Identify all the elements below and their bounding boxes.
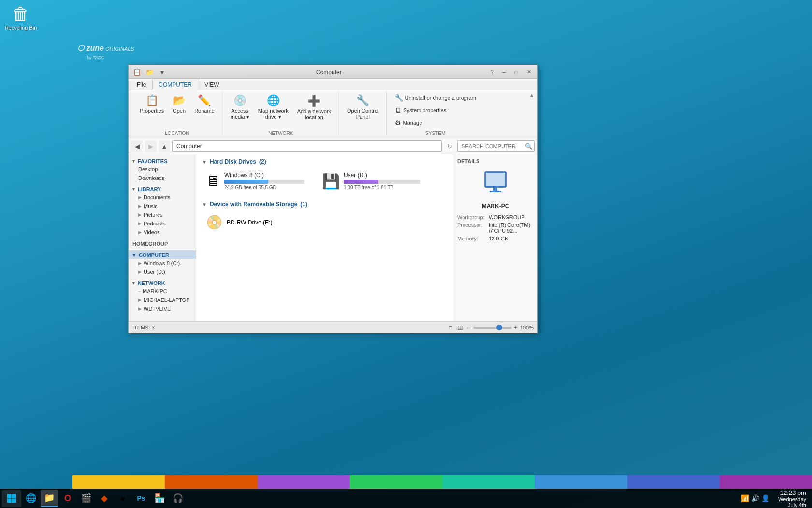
open-btn[interactable]: 📂 Open xyxy=(169,92,189,116)
sidebar-item-wdtvlive[interactable]: ▶ WDTVLIVE xyxy=(129,304,196,313)
recycling-bin[interactable]: 🗑 Recycling Bin xyxy=(4,4,38,31)
properties-btn[interactable]: 📋 Properties xyxy=(136,92,167,116)
quick-menu-btn[interactable]: ▾ xyxy=(157,67,167,77)
tab-view[interactable]: VIEW xyxy=(198,79,226,90)
drives-grid: 🖥 Windows 8 (C:) 24.9 GB free of 55.5 GB… xyxy=(202,169,447,193)
sidebar-item-podcasts[interactable]: ▶ Podcasts xyxy=(129,219,196,228)
access-media-btn[interactable]: 💿 Access media ▾ xyxy=(227,92,253,122)
rename-btn[interactable]: ✏️ Rename xyxy=(191,92,218,116)
taskbar-ie-btn[interactable]: 🌐 xyxy=(22,490,40,507)
window-title: Computer xyxy=(167,69,491,75)
hard-disks-label: Hard Disk Drives xyxy=(210,158,256,165)
windows-c-label: Windows 8 (C:) xyxy=(144,260,180,266)
recycling-bin-icon: 🗑 xyxy=(4,4,38,24)
workgroup-key: Workgroup: xyxy=(457,214,489,220)
quick-new-folder-btn[interactable]: 📁 xyxy=(144,67,155,77)
access-media-icon: 💿 xyxy=(233,94,246,107)
search-icon[interactable]: 🔍 xyxy=(525,143,533,150)
taskbar-icons: 🌐 📁 O 🎬 ◆ ● Ps 🏪 🎧 xyxy=(0,490,738,507)
library-header[interactable]: ▼ LIBRARY xyxy=(129,184,196,193)
ie-icon: 🌐 xyxy=(26,493,36,504)
maximize-btn[interactable]: □ xyxy=(510,67,522,77)
music-label: Music xyxy=(144,203,158,209)
control-panel-buttons: 🔧 Open Control Panel xyxy=(344,92,382,122)
sidebar-item-michael-laptop[interactable]: ▶ MICHAEL-LAPTOP xyxy=(129,296,196,304)
sidebar-item-music[interactable]: ▶ Music xyxy=(129,202,196,210)
network-buttons: 💿 Access media ▾ 🌐 Map network drive ▾ ➕… xyxy=(227,92,334,122)
ribbon-group-control-panel: 🔧 Open Control Panel xyxy=(340,92,386,136)
title-bar: 📋 📁 ▾ Computer ? ─ □ ✕ xyxy=(129,65,537,79)
taskbar-store-btn[interactable]: 🏪 xyxy=(151,490,168,507)
mark-pc-label: MARK-PC xyxy=(143,288,167,294)
svg-rect-4 xyxy=(7,494,12,498)
zoom-minus[interactable]: ─ xyxy=(467,324,471,331)
media-icon: 🎬 xyxy=(81,493,91,504)
sidebar-item-desktop[interactable]: Desktop xyxy=(129,165,196,174)
taskbar-chrome-btn[interactable]: ● xyxy=(114,490,131,507)
taskbar-ps-btn[interactable]: Ps xyxy=(132,490,150,507)
svg-rect-6 xyxy=(7,499,12,503)
taskbar-explorer-btn[interactable]: 📁 xyxy=(41,490,58,507)
sidebar-item-pictures[interactable]: ▶ Pictures xyxy=(129,210,196,219)
sidebar-item-user-d[interactable]: ▶ User (D:) xyxy=(129,268,196,276)
ribbon-collapse-btn[interactable]: ▲ xyxy=(529,92,535,99)
close-btn[interactable]: ✕ xyxy=(523,67,535,77)
minimize-btn[interactable]: ─ xyxy=(498,67,509,77)
taskbar-clock[interactable]: 12:23 pm Wednesday July 4th xyxy=(772,489,812,508)
search-field-wrap: 🔍 xyxy=(457,140,535,152)
drive-d-info: User (D:) 1.00 TB free of 1.81 TB xyxy=(344,172,420,190)
zoom-thumb[interactable] xyxy=(496,325,502,330)
taskbar-opera-btn[interactable]: O xyxy=(59,490,76,507)
quick-properties-btn[interactable]: 📋 xyxy=(131,67,142,77)
taskbar-media-btn[interactable]: 🎬 xyxy=(77,490,95,507)
tab-computer[interactable]: COMPUTER xyxy=(152,79,198,90)
drive-c-info: Windows 8 (C:) 24.9 GB free of 55.5 GB xyxy=(224,172,304,190)
bd-rw-item[interactable]: 📀 BD-RW Drive (E:) xyxy=(202,211,308,233)
computer-header[interactable]: ▼ COMPUTER xyxy=(129,250,196,259)
svg-rect-3 xyxy=(490,191,501,192)
back-btn[interactable]: ◀ xyxy=(131,140,143,152)
add-location-label: Add a network location xyxy=(297,108,331,120)
hard-disks-header: ▼ Hard Disk Drives (2) xyxy=(202,158,447,165)
homegroup-header[interactable]: HOMEGROUP xyxy=(129,239,196,248)
ribbon-group-system: 🔧 Uninstall or change a program 🖥 System… xyxy=(388,92,483,136)
grid-view-btn[interactable]: ⊞ xyxy=(456,323,464,332)
explorer-icon: 📁 xyxy=(44,493,55,503)
drive-d-bar xyxy=(344,180,378,184)
manage-btn[interactable]: ⚙ Manage xyxy=(392,117,479,129)
network-header[interactable]: ▼ NETWORK xyxy=(129,278,196,287)
system-props-btn[interactable]: 🖥 System properties xyxy=(392,105,479,116)
address-field[interactable]: Computer xyxy=(172,140,442,152)
zoom-plus[interactable]: + xyxy=(514,324,517,331)
start-btn[interactable] xyxy=(2,490,21,507)
removable-header: ▼ Device with Removable Storage (1) xyxy=(202,201,447,208)
memory-row: Memory: 12.0 GB xyxy=(457,236,534,241)
up-btn[interactable]: ▲ xyxy=(159,140,170,152)
processor-row: Processor: Intel(R) Core(TM) i7 CPU 92..… xyxy=(457,222,534,234)
zune-brand: ⬡ zune ORIGINALS xyxy=(77,44,134,52)
sidebar-item-videos[interactable]: ▶ Videos xyxy=(129,228,196,237)
taskbar-games-btn[interactable]: ◆ xyxy=(96,490,113,507)
list-view-btn[interactable]: ≡ xyxy=(448,323,453,332)
sidebar-item-mark-pc[interactable]: – MARK-PC xyxy=(129,287,196,296)
forward-btn[interactable]: ▶ xyxy=(145,140,157,152)
map-drive-btn[interactable]: 🌐 Map network drive ▾ xyxy=(255,92,292,122)
library-arrow: ▼ xyxy=(131,187,136,192)
file-area: ▼ Hard Disk Drives (2) 🖥 Windows 8 (C:) … xyxy=(196,154,453,321)
search-input[interactable] xyxy=(457,140,535,152)
system-props-label: System properties xyxy=(404,107,447,113)
favorites-header[interactable]: ▼ FAVORITES xyxy=(129,156,196,165)
uninstall-btn[interactable]: 🔧 Uninstall or change a program xyxy=(392,92,479,104)
tab-file[interactable]: File xyxy=(130,79,152,90)
zoom-track[interactable] xyxy=(473,327,512,329)
drive-d-item[interactable]: 💾 User (D:) 1.00 TB free of 1.81 TB xyxy=(318,169,424,193)
add-location-btn[interactable]: ➕ Add a network location xyxy=(294,92,334,122)
drive-c-item[interactable]: 🖥 Windows 8 (C:) 24.9 GB free of 55.5 GB xyxy=(202,169,308,193)
refresh-btn[interactable]: ↻ xyxy=(444,140,455,152)
open-control-panel-btn[interactable]: 🔧 Open Control Panel xyxy=(344,92,382,122)
sidebar-item-windows-c[interactable]: ▶ Windows 8 (C:) xyxy=(129,259,196,268)
sidebar-item-documents[interactable]: ▶ Documents xyxy=(129,193,196,202)
help-btn[interactable]: ? xyxy=(491,68,494,75)
sidebar-item-downloads[interactable]: Downloads xyxy=(129,174,196,182)
taskbar-headset-btn[interactable]: 🎧 xyxy=(169,490,187,507)
